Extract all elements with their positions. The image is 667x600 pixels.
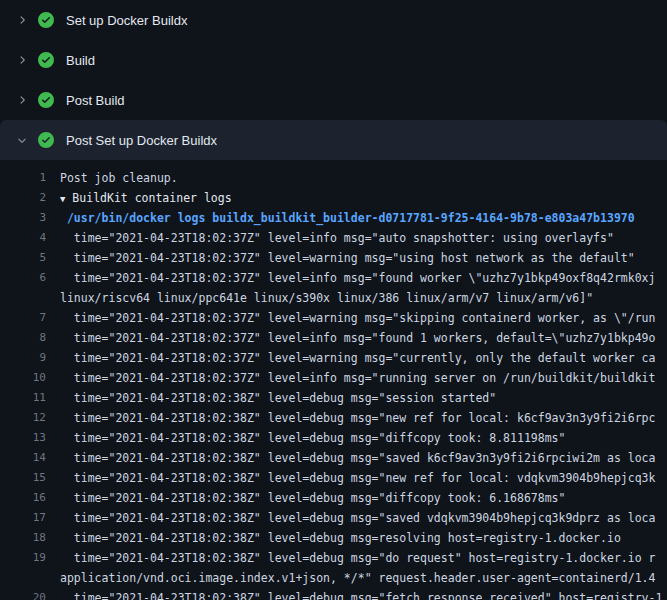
log-line-text: time="2021-04-23T18:02:37Z" level=warnin… xyxy=(60,248,635,268)
log-line: 19 time="2021-04-23T18:02:38Z" level=deb… xyxy=(0,548,667,568)
check-circle-icon xyxy=(38,92,54,108)
log-line-number[interactable]: 18 xyxy=(0,528,46,548)
log-line-text: time="2021-04-23T18:02:38Z" level=debug … xyxy=(60,488,565,508)
log-line: 17 time="2021-04-23T18:02:38Z" level=deb… xyxy=(0,508,667,528)
log-line-number[interactable]: 7 xyxy=(0,308,46,328)
log-line-text: time="2021-04-23T18:02:38Z" level=debug … xyxy=(60,428,565,448)
log-line-number[interactable]: 8 xyxy=(0,328,46,348)
log-line-number[interactable]: 12 xyxy=(0,408,46,428)
check-circle-icon xyxy=(38,132,54,148)
log-line-text: Post job cleanup. xyxy=(60,168,178,188)
log-line-number[interactable]: 15 xyxy=(0,468,46,488)
log-line-number[interactable]: 16 xyxy=(0,488,46,508)
log-line-number[interactable]: 5 xyxy=(0,248,46,268)
log-line-number[interactable] xyxy=(0,288,46,308)
log-line: 3 /usr/bin/docker logs buildx_buildkit_b… xyxy=(0,208,667,228)
log-line-number[interactable]: 13 xyxy=(0,428,46,448)
log-line-number[interactable]: 3 xyxy=(0,208,46,228)
log-line: 1 Post job cleanup. xyxy=(0,168,667,188)
log-line-number[interactable]: 1 xyxy=(0,168,46,188)
log-line: 8 time="2021-04-23T18:02:37Z" level=info… xyxy=(0,328,667,348)
log-line-text: time="2021-04-23T18:02:38Z" level=debug … xyxy=(60,508,655,528)
log-line-text: application/vnd.oci.image.index.v1+json,… xyxy=(60,568,655,588)
log-line: 9 time="2021-04-23T18:02:37Z" level=warn… xyxy=(0,348,667,368)
group-toggle-icon[interactable]: ▼ xyxy=(60,189,65,208)
step-section-header[interactable]: Post Build xyxy=(0,80,667,120)
log-line-number[interactable]: 6 xyxy=(0,268,46,288)
log-body: 1 Post job cleanup. 2 ▼ BuildKit contain… xyxy=(0,160,667,600)
log-line-text: time="2021-04-23T18:02:37Z" level=info m… xyxy=(60,368,655,388)
log-line-number[interactable] xyxy=(0,568,46,588)
log-line: 6 time="2021-04-23T18:02:37Z" level=info… xyxy=(0,268,667,288)
log-line: 12 time="2021-04-23T18:02:38Z" level=deb… xyxy=(0,408,667,428)
log-line: application/vnd.oci.image.index.v1+json,… xyxy=(0,568,667,588)
log-line-text: time="2021-04-23T18:02:38Z" level=debug … xyxy=(60,528,621,548)
step-section-header[interactable]: Set up Docker Buildx xyxy=(0,0,667,40)
log-line-number[interactable]: 17 xyxy=(0,508,46,528)
log-line-text: time="2021-04-23T18:02:37Z" level=info m… xyxy=(60,228,614,248)
log-line-number[interactable]: 4 xyxy=(0,228,46,248)
log-line-number[interactable]: 10 xyxy=(0,368,46,388)
step-section-header[interactable]: Post Set up Docker Buildx xyxy=(0,120,667,160)
log-line-text: time="2021-04-23T18:02:38Z" level=debug … xyxy=(60,548,655,568)
log-line-text: time="2021-04-23T18:02:38Z" level=debug … xyxy=(60,388,496,408)
log-line-text: time="2021-04-23T18:02:38Z" level=debug … xyxy=(60,588,662,600)
log-line-text: ▼ BuildKit container logs xyxy=(60,188,232,208)
log-line-text: linux/riscv64 linux/ppc641e linux/s390x … xyxy=(60,288,593,308)
chevron-right-icon[interactable] xyxy=(16,14,28,26)
chevron-right-icon[interactable] xyxy=(16,54,28,66)
step-section-label: Post Set up Docker Buildx xyxy=(66,133,217,148)
log-line: 7 time="2021-04-23T18:02:37Z" level=warn… xyxy=(0,308,667,328)
workflow-log-viewer: Set up Docker Buildx Build Post Build Po… xyxy=(0,0,667,600)
log-line-text: time="2021-04-23T18:02:38Z" level=debug … xyxy=(60,448,655,468)
log-line-text: time="2021-04-23T18:02:38Z" level=debug … xyxy=(60,408,655,428)
log-line: linux/riscv64 linux/ppc641e linux/s390x … xyxy=(0,288,667,308)
log-line: 10 time="2021-04-23T18:02:37Z" level=inf… xyxy=(0,368,667,388)
log-line: 4 time="2021-04-23T18:02:37Z" level=info… xyxy=(0,228,667,248)
log-line-text: time="2021-04-23T18:02:37Z" level=info m… xyxy=(60,268,655,288)
log-line: 18 time="2021-04-23T18:02:38Z" level=deb… xyxy=(0,528,667,548)
log-line-text: time="2021-04-23T18:02:37Z" level=info m… xyxy=(60,328,655,348)
log-line: 13 time="2021-04-23T18:02:38Z" level=deb… xyxy=(0,428,667,448)
log-line-number[interactable]: 20 xyxy=(0,588,46,600)
log-line-text: time="2021-04-23T18:02:37Z" level=warnin… xyxy=(60,348,655,368)
log-line: 15 time="2021-04-23T18:02:38Z" level=deb… xyxy=(0,468,667,488)
check-circle-icon xyxy=(38,12,54,28)
step-section-header[interactable]: Build xyxy=(0,40,667,80)
log-line: 14 time="2021-04-23T18:02:38Z" level=deb… xyxy=(0,448,667,468)
step-sections: Set up Docker Buildx Build Post Build Po… xyxy=(0,0,667,160)
log-line-text: time="2021-04-23T18:02:37Z" level=warnin… xyxy=(60,308,655,328)
log-line-number[interactable]: 9 xyxy=(0,348,46,368)
step-section-label: Set up Docker Buildx xyxy=(66,13,187,28)
check-circle-icon xyxy=(38,52,54,68)
log-line-number[interactable]: 19 xyxy=(0,548,46,568)
log-line: 2 ▼ BuildKit container logs xyxy=(0,188,667,208)
step-section-label: Post Build xyxy=(66,93,125,108)
log-line: 20 time="2021-04-23T18:02:38Z" level=deb… xyxy=(0,588,667,600)
log-line: 11 time="2021-04-23T18:02:38Z" level=deb… xyxy=(0,388,667,408)
log-line-number[interactable]: 2 xyxy=(0,188,46,208)
log-line-number[interactable]: 11 xyxy=(0,388,46,408)
chevron-right-icon[interactable] xyxy=(16,134,28,146)
log-line-number[interactable]: 14 xyxy=(0,448,46,468)
log-line: 16 time="2021-04-23T18:02:38Z" level=deb… xyxy=(0,488,667,508)
log-line: 5 time="2021-04-23T18:02:37Z" level=warn… xyxy=(0,248,667,268)
chevron-right-icon[interactable] xyxy=(16,94,28,106)
step-section-label: Build xyxy=(66,53,95,68)
log-line-text: time="2021-04-23T18:02:38Z" level=debug … xyxy=(60,468,655,488)
log-line-text: /usr/bin/docker logs buildx_buildkit_bui… xyxy=(60,208,635,228)
